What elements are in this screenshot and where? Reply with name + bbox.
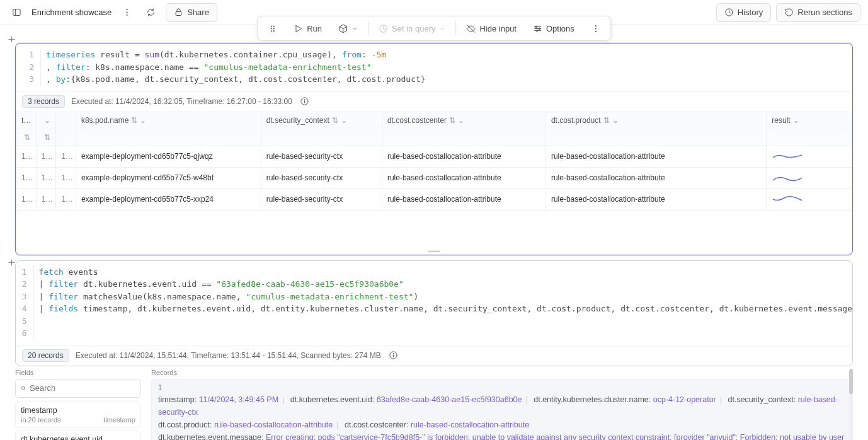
svg-point-24 <box>595 25 596 26</box>
set-in-query-button[interactable]: Set in query <box>372 19 452 38</box>
records-count-2: 20 records <box>22 349 69 362</box>
svg-point-13 <box>271 30 271 31</box>
records-count: 3 records <box>22 95 65 108</box>
svg-line-36 <box>24 389 25 390</box>
col-podname[interactable]: k8s.pod.name⇅⌄ <box>76 112 261 129</box>
fields-label: Fields <box>15 369 141 376</box>
svg-point-34 <box>393 354 394 354</box>
query-editor-1[interactable]: 123 timeseries result = sum(dt.kubernete… <box>16 43 852 91</box>
info-icon[interactable] <box>299 95 311 108</box>
share-label: Share <box>187 8 209 17</box>
query-section-1: Run Set in query Hide input Options 123 … <box>15 43 853 255</box>
more-icon[interactable] <box>118 4 135 21</box>
fields-search[interactable] <box>15 379 141 398</box>
executed-info-2: Executed at: 11/4/2024, 15:51:44, Timefr… <box>76 351 381 360</box>
run-button[interactable]: Run <box>287 19 328 38</box>
svg-point-26 <box>595 31 596 32</box>
svg-point-2 <box>127 9 127 10</box>
col-expand[interactable]: ⌄ <box>36 112 56 129</box>
options-button[interactable]: Options <box>527 19 581 38</box>
set-in-query-label: Set in query <box>392 24 435 33</box>
history-button[interactable]: History <box>716 3 771 22</box>
gutter: 123456 <box>16 266 34 340</box>
records-scrollbar[interactable] <box>849 369 853 441</box>
table-header: ti…⌄ ⌄ k8s.pod.name⇅⌄ dt.security_contex… <box>16 112 852 129</box>
options-label: Options <box>546 24 574 33</box>
table-row[interactable]: 1… 1… 1… example-deployment-cd65b77c5-w4… <box>16 167 852 188</box>
cube-icon[interactable] <box>332 19 364 38</box>
query-section-2: 123456 fetch events | filter dt.kubernet… <box>15 260 853 366</box>
col-result[interactable]: result⌄ <box>767 112 852 129</box>
results-table-1: ti…⌄ ⌄ k8s.pod.name⇅⌄ dt.security_contex… <box>16 112 852 211</box>
results-bar-1: 3 records Executed at: 11/4/2024, 16:32:… <box>16 91 852 112</box>
hide-input-label: Hide input <box>479 24 517 33</box>
record-index: 1 <box>158 383 846 391</box>
rerun-label: Rerun sections <box>797 8 852 17</box>
table-row[interactable]: 1… 1… 1… example-deployment-cd65b77c5-xx… <box>16 188 852 210</box>
records-label: Records <box>151 369 853 376</box>
run-label: Run <box>307 24 322 33</box>
svg-point-12 <box>273 28 274 28</box>
results-bar-2: 20 records Executed at: 11/4/2024, 15:51… <box>16 345 852 366</box>
info-icon-2[interactable] <box>387 349 400 362</box>
col-product[interactable]: dt.cost.product⇅⌄ <box>545 112 766 129</box>
hide-input-button[interactable]: Hide input <box>460 19 523 38</box>
svg-point-14 <box>273 30 274 31</box>
svg-point-11 <box>271 28 271 28</box>
svg-point-3 <box>127 12 127 13</box>
bottom-panes: Fields timestampin 20 recordstimestampdt… <box>15 369 853 441</box>
col-timeseries[interactable]: ti…⌄ <box>16 112 37 129</box>
svg-rect-5 <box>176 11 181 15</box>
svg-marker-15 <box>296 25 302 32</box>
field-item[interactable]: dt.kubernetes.event.uidin 20 recordsstri… <box>15 431 141 441</box>
rerun-button[interactable]: Rerun sections <box>776 3 860 22</box>
resize-handle[interactable]: ━━━ <box>16 248 852 255</box>
svg-rect-0 <box>13 9 20 16</box>
record-body: timestamp: 11/4/2024, 3:49:45 PM| dt.kub… <box>158 393 846 441</box>
executed-info: Executed at: 11/4/2024, 16:32:05, Timefr… <box>71 97 292 106</box>
svg-point-4 <box>127 14 127 15</box>
query-editor-2[interactable]: 123456 fetch events | filter dt.kubernet… <box>16 261 852 345</box>
fields-search-input[interactable] <box>30 383 135 393</box>
section-more-icon[interactable] <box>585 19 607 38</box>
col-costcenter[interactable]: dt.cost.costcenter⇅⌄ <box>382 112 545 129</box>
record-card[interactable]: 1 timestamp: 11/4/2024, 3:49:45 PM| dt.k… <box>151 379 853 441</box>
history-label: History <box>738 8 763 17</box>
share-button[interactable]: Share <box>166 3 217 22</box>
section-toolbar: Run Set in query Hide input Options <box>257 16 611 41</box>
field-item[interactable]: timestampin 20 recordstimestamp <box>15 402 141 428</box>
col-security[interactable]: dt.security_context⇅⌄ <box>261 112 382 129</box>
search-icon <box>21 383 26 393</box>
svg-point-29 <box>305 100 306 100</box>
table-row[interactable]: 1… 1… 1… example-deployment-cd65b77c5-qj… <box>16 146 852 167</box>
svg-point-10 <box>273 26 274 26</box>
svg-point-25 <box>595 28 596 28</box>
sync-icon[interactable] <box>142 4 159 21</box>
gutter: 123 <box>16 49 41 86</box>
records-pane: Records 1 timestamp: 11/4/2024, 3:49:45 … <box>151 369 853 441</box>
svg-point-9 <box>271 26 271 26</box>
page-title: Enrichment showcase <box>31 8 111 17</box>
sidebar-toggle-icon[interactable] <box>8 4 25 21</box>
fields-pane: Fields timestampin 20 recordstimestampdt… <box>15 369 141 441</box>
drag-handle-icon[interactable] <box>261 19 283 38</box>
